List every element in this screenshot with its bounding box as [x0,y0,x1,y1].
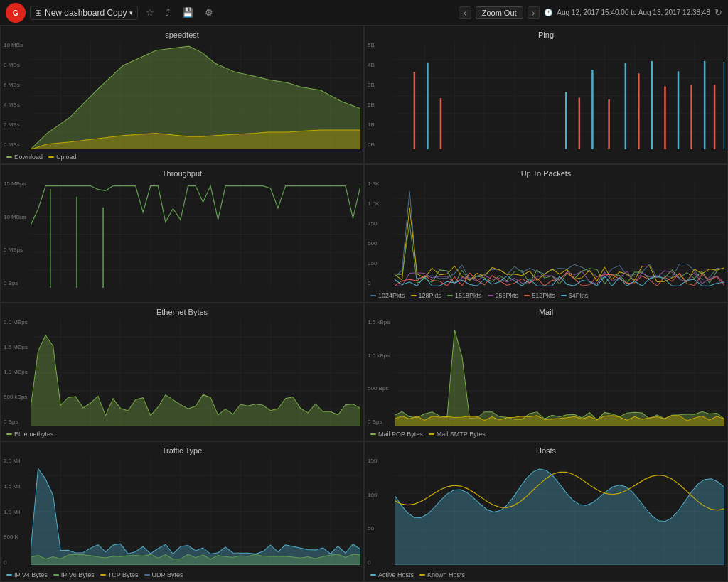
panel-title-ethernet-bytes: Ethernet Bytes [1,308,363,316]
settings-button[interactable]: ⚙ [201,6,217,19]
y-axis-label: 1.5 kBps [368,319,390,325]
y-axis-label: 10 MBs [4,42,23,48]
chart-svg-throughput: 16:0018:0020:0022:0000:0002:0004:0006:00… [31,180,360,288]
y-axis-label: 1.0 kBps [368,352,390,359]
legend-label: 512Pkts [532,292,555,299]
legend-color [6,433,12,435]
legend-item: Active Hosts [370,571,414,578]
zoom-out-button[interactable]: Zoom Out [476,6,523,19]
svg-text:G: G [13,9,18,17]
y-axis-label: 2.0 Mil [4,458,21,464]
time-range: Aug 12, 2017 15:40:00 to Aug 13, 2017 12… [557,9,710,16]
y-axis-label: 0 [368,559,377,566]
legend-color [370,574,376,576]
time-forward-button[interactable]: › [528,6,540,19]
y-axis-label: 500 K [4,534,21,540]
legend-label: 256Pkts [496,292,519,299]
legend-label: IP V6 Bytes [61,571,95,578]
y-axis-label: 4 MBs [4,102,23,108]
chart-svg-ping: 16:0018:0020:0022:0000:0002:0004:0006:00… [395,42,724,149]
svg-marker-225 [395,469,724,565]
y-axis-label: 500 Bps [368,385,390,392]
legend-label: 1024Pkts [378,292,405,299]
panel-title-mail: Mail [365,308,727,316]
star-button[interactable]: ☆ [142,6,158,19]
y-axis-label: 100 [368,492,377,498]
dashboard-grid-icon: ⊞ [35,8,42,18]
y-axis-label: 500 kBps [4,394,28,400]
y-axis-label: 0 Bps [368,419,390,425]
chart-svg-hosts: 16:0018:0020:0022:0000:0002:0004:0006:00… [395,458,724,565]
y-axis-label: 1B [368,122,375,128]
y-axis-label: 750 [368,220,379,227]
legend-up-to-packets: 1024Pkts128Pkts1518Pkts256Pkts512Pkts64P… [370,292,588,299]
panel-mail: Mail1.5 kBps1.0 kBps500 Bps0 Bps16:0018:… [364,303,728,441]
time-controls: ‹ Zoom Out › 🕐 Aug 12, 2017 15:40:00 to … [459,6,722,19]
legend-label: 64Pkts [569,292,589,299]
y-axis-label: 1.5 Mil [4,483,21,490]
legend-color [524,295,530,296]
y-axis-label: 1.5 MBps [4,344,28,350]
legend-label: IP V4 Bytes [14,571,48,578]
svg-marker-142 [31,335,360,427]
legend-item: Mail SMTP Bytes [429,431,486,438]
chevron-down-icon: ▾ [129,9,133,16]
panel-title-throughput: Throughput [1,169,363,178]
y-axis-label: 1.0 Mil [4,509,21,515]
legend-label: TCP Bytes [108,571,139,578]
dashboard-grid: speedtest10 MBs8 MBs6 MBs4 MBs2 MBs0 MBs… [0,26,728,582]
save-button[interactable]: 💾 [178,6,197,19]
topbar: G ⊞ New dashboard Copy ▾ ☆ ⤴ 💾 ⚙ ‹ Zoom … [0,0,728,26]
y-axis-label: 8 MBs [4,62,23,68]
time-back-button[interactable]: ‹ [459,6,471,19]
y-axis-label: 2.0 MBps [4,319,28,325]
legend-item: 128Pkts [411,292,442,299]
legend-item: 512Pkts [524,292,555,299]
panel-title-ping: Ping [365,31,727,39]
refresh-button[interactable]: ↻ [714,7,722,18]
y-axis-label: 2B [368,102,375,108]
legend-item: 64Pkts [561,292,589,299]
legend-color [561,295,567,296]
legend-item: 1518Pkts [447,292,482,299]
legend-label: Ethernetbytes [14,431,54,438]
chart-svg-speedtest: 16:0018:0020:0022:0000:0002:0004:0006:00… [31,42,360,149]
grafana-logo: G [6,3,26,23]
y-axis-label: 6 MBs [4,82,23,88]
legend-color [53,574,59,576]
panel-ping: Ping5B4B3B2B1B0B16:0018:0020:0022:0000:0… [364,26,728,164]
share-button[interactable]: ⤴ [162,6,174,19]
legend-color [370,433,376,435]
legend-label: Download [14,153,43,161]
legend-label: 1518Pkts [455,292,482,299]
legend-color [6,574,12,576]
y-axis-label: 5 MBps [4,247,26,253]
y-axis-label: 0 Bps [4,280,26,286]
dashboard-title-area[interactable]: ⊞ New dashboard Copy ▾ [30,6,138,20]
panel-hosts: Hosts15010050016:0018:0020:0022:0000:000… [364,441,728,582]
y-axis-label: 4B [368,62,375,68]
legend-color [419,574,425,576]
panel-title-speedtest: speedtest [1,31,363,39]
panel-title-up-to-packets: Up To Packets [365,169,727,178]
legend-item: Known Hosts [419,571,465,578]
panel-up-to-packets: Up To Packets1.3K1.0K750500250016:0018:0… [364,164,728,303]
y-axis-label: 0 [4,559,21,566]
y-axis-label: 1.3K [368,180,379,187]
panel-title-traffic-type: Traffic Type [1,446,363,455]
panel-title-hosts: Hosts [365,446,727,455]
legend-item: Upload [48,153,77,161]
legend-color [48,156,54,158]
legend-color [488,295,493,296]
legend-speedtest: DownloadUpload [6,153,77,161]
legend-color [144,574,150,576]
legend-color [6,156,12,158]
legend-item: IP V6 Bytes [53,571,95,578]
chart-svg-mail: 16:0018:0020:0022:0000:0002:0004:0006:00… [395,319,724,426]
legend-hosts: Active HostsKnown Hosts [370,571,465,578]
legend-label: 128Pkts [419,292,442,299]
panel-ethernet-bytes: Ethernet Bytes2.0 MBps1.5 MBps1.0 MBps50… [0,303,364,441]
dashboard-title: New dashboard Copy [45,8,127,18]
legend-color [429,433,434,435]
legend-color [370,295,376,296]
